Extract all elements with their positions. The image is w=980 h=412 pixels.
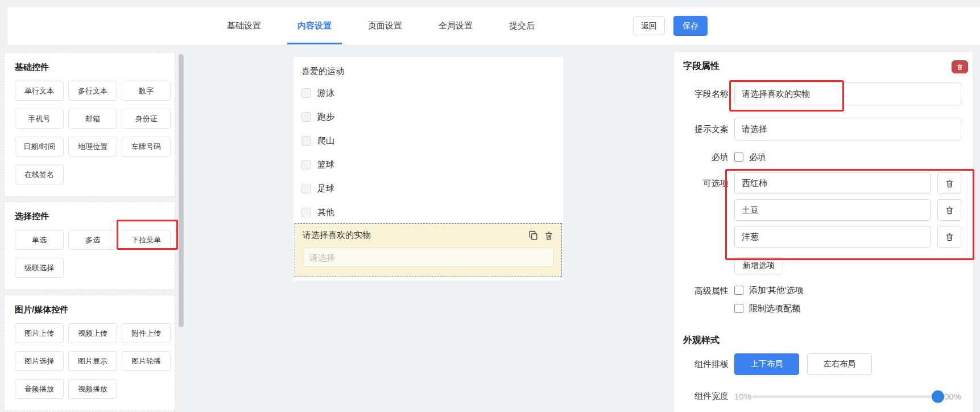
sidebar-scrollbar[interactable] xyxy=(179,54,184,327)
checkbox-option-label: 篮球 xyxy=(317,159,334,170)
option-row xyxy=(734,226,961,248)
option-delete-button[interactable] xyxy=(937,172,961,194)
option-input-tomato[interactable] xyxy=(734,172,931,194)
advanced-row: 高级属性 添加'其他'选项 限制选项配额 xyxy=(680,285,961,321)
palette-item-datetime[interactable]: 日期/时间 xyxy=(15,137,64,156)
checkbox-option-climbing[interactable]: 爬山 xyxy=(301,135,555,146)
add-other-checkbox[interactable] xyxy=(734,286,743,295)
checkbox-option-football[interactable]: 足球 xyxy=(301,183,555,193)
option-input-onion[interactable] xyxy=(734,226,931,248)
hint-text-input[interactable] xyxy=(734,118,961,141)
palette-grid: 单选 多选 下拉菜单 级联选择 xyxy=(15,230,164,278)
option-row xyxy=(734,172,961,194)
hint-text-row: 提示文案 xyxy=(680,118,961,141)
trash-icon xyxy=(945,179,954,188)
palette-item-id-card[interactable]: 身份证 xyxy=(122,109,171,129)
option-row xyxy=(734,199,961,221)
checkbox-icon[interactable] xyxy=(301,112,311,122)
palette-item-single-line-text[interactable]: 单行文本 xyxy=(15,81,64,101)
palette-section-title: 基础控件 xyxy=(15,62,164,73)
checkbox-option-running[interactable]: 跑步 xyxy=(301,112,555,122)
trash-icon[interactable] xyxy=(544,230,554,241)
field-name-input[interactable] xyxy=(734,83,961,105)
width-label: 组件宽度 xyxy=(680,391,729,402)
palette-section-title: 选择控件 xyxy=(15,211,164,222)
palette-section-choice: 选择控件 单选 多选 下拉菜单 级联选择 xyxy=(4,201,175,290)
dropdown-preview-input[interactable] xyxy=(303,248,554,267)
palette-item-signature[interactable]: 在线签名 xyxy=(15,164,64,184)
palette-item-multi-line-text[interactable]: 多行文本 xyxy=(68,81,117,101)
checkbox-option-label: 其他 xyxy=(317,207,334,218)
appearance-section-title: 外观样式 xyxy=(683,335,961,347)
trash-icon xyxy=(956,63,964,71)
copy-icon[interactable] xyxy=(528,230,539,241)
palette-item-multi-select[interactable]: 多选 xyxy=(68,230,117,250)
layout-horizontal-button[interactable]: 左右布局 xyxy=(807,353,872,375)
panel-title: 字段属性 xyxy=(683,60,720,72)
header-bar: 基础设置 内容设置 页面设置 全局设置 提交后 返回 保存 xyxy=(7,7,980,44)
width-slider: 10% 100% xyxy=(734,392,961,401)
option-input-potato[interactable] xyxy=(734,199,931,221)
checkbox-icon[interactable] xyxy=(301,184,311,193)
required-checkbox-label: 必填 xyxy=(749,152,766,163)
settings-tabs: 基础设置 内容设置 页面设置 全局设置 提交后 xyxy=(226,7,536,44)
palette-item-audio-play[interactable]: 音频播放 xyxy=(15,379,64,399)
palette-item-license-plate[interactable]: 车牌号码 xyxy=(122,137,171,156)
option-delete-button[interactable] xyxy=(937,226,961,248)
palette-item-video-upload[interactable]: 视频上传 xyxy=(68,323,117,343)
tab-after-submit[interactable]: 提交后 xyxy=(508,7,536,44)
selected-component-label: 请选择喜欢的实物 xyxy=(303,230,371,241)
checkbox-icon[interactable] xyxy=(301,136,311,146)
palette-item-phone[interactable]: 手机号 xyxy=(15,109,64,129)
trash-icon xyxy=(945,232,954,242)
palette-item-image-carousel[interactable]: 图片轮播 xyxy=(122,351,171,371)
header-actions: 返回 保存 xyxy=(633,16,708,36)
palette-item-number[interactable]: 数字 xyxy=(122,81,171,101)
slider-min-label: 10% xyxy=(734,392,751,401)
add-other-label: 添加'其他'选项 xyxy=(749,285,804,296)
add-option-button[interactable]: 新增选项 xyxy=(734,257,783,274)
save-button[interactable]: 保存 xyxy=(673,16,708,36)
palette-item-attachment-upload[interactable]: 附件上传 xyxy=(122,323,171,343)
trash-icon xyxy=(945,205,954,215)
checkbox-option-basketball[interactable]: 篮球 xyxy=(301,159,555,170)
palette-item-image-display[interactable]: 图片展示 xyxy=(68,351,117,371)
form-canvas: 喜爱的运动 游泳 跑步 爬山 篮球 足球 其他 请选择喜欢的实物 xyxy=(293,57,563,281)
option-delete-button[interactable] xyxy=(937,199,961,221)
tab-basic-settings[interactable]: 基础设置 xyxy=(226,7,262,44)
layout-vertical-button[interactable]: 上下布局 xyxy=(734,353,799,375)
palette-item-email[interactable]: 邮箱 xyxy=(68,109,117,129)
palette-item-image-select[interactable]: 图片选择 xyxy=(15,351,64,371)
advanced-label: 高级属性 xyxy=(680,286,729,296)
required-checkbox[interactable] xyxy=(734,153,743,162)
palette-item-dropdown[interactable]: 下拉菜单 xyxy=(122,230,171,250)
checkbox-icon[interactable] xyxy=(301,160,311,170)
palette-section-basic: 基础控件 单行文本 多行文本 数字 手机号 邮箱 身份证 日期/时间 地理位置 … xyxy=(4,52,175,196)
selected-dropdown-component[interactable]: 请选择喜欢的实物 xyxy=(295,223,562,277)
component-palette-sidebar: 基础控件 单行文本 多行文本 数字 手机号 邮箱 身份证 日期/时间 地理位置 … xyxy=(4,52,175,412)
palette-item-radio[interactable]: 单选 xyxy=(15,230,64,250)
tab-global-settings[interactable]: 全局设置 xyxy=(437,7,474,44)
palette-item-image-upload[interactable]: 图片上传 xyxy=(15,323,64,343)
delete-field-button[interactable] xyxy=(952,60,968,73)
checkbox-option-swimming[interactable]: 游泳 xyxy=(301,88,555,98)
slider-knob[interactable] xyxy=(932,390,944,403)
checkbox-icon[interactable] xyxy=(301,88,311,98)
tab-page-settings[interactable]: 页面设置 xyxy=(367,7,403,44)
options-label: 可选项 xyxy=(680,178,729,189)
advanced-option-limit-quota: 限制选项配额 xyxy=(734,303,804,314)
layout-row: 组件排板 上下布局 左右布局 xyxy=(680,353,961,375)
options-row: 可选项 xyxy=(680,172,961,274)
checkbox-icon[interactable] xyxy=(301,208,311,217)
palette-item-cascade-select[interactable]: 级联选择 xyxy=(15,258,64,278)
back-button[interactable]: 返回 xyxy=(633,17,665,35)
palette-item-location[interactable]: 地理位置 xyxy=(68,137,117,156)
limit-quota-checkbox[interactable] xyxy=(734,304,743,313)
checkbox-option-other[interactable]: 其他 xyxy=(301,207,555,217)
tab-content-settings[interactable]: 内容设置 xyxy=(296,7,333,44)
width-row: 组件宽度 10% 100% xyxy=(680,391,961,402)
palette-grid: 图片上传 视频上传 附件上传 图片选择 图片展示 图片轮播 音频播放 视频播放 xyxy=(15,323,164,399)
palette-item-video-play[interactable]: 视频播放 xyxy=(68,379,117,399)
required-row: 必填 必填 xyxy=(680,151,961,163)
slider-track[interactable] xyxy=(752,395,942,398)
